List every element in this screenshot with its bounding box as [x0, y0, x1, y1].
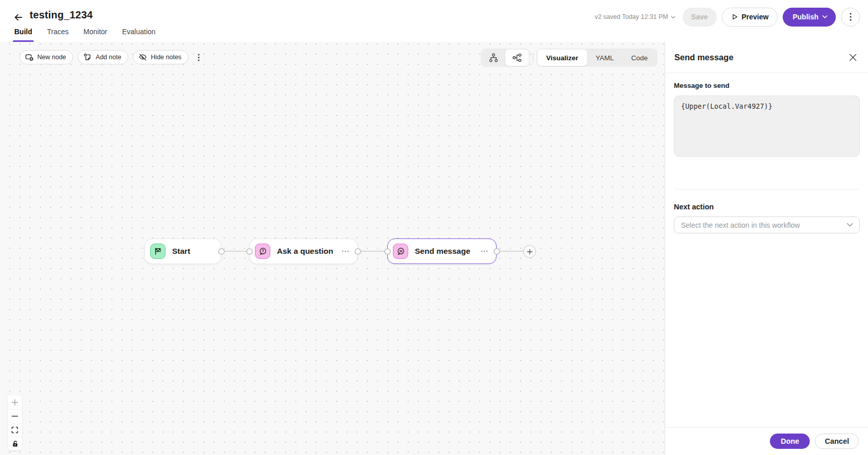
- main-tabs: Build Traces Monitor Evaluation: [14, 27, 156, 42]
- next-action-placeholder: Select the next action in this workflow: [681, 221, 800, 229]
- node-label: Ask a question: [277, 247, 333, 256]
- hide-notes-button[interactable]: Hide notes: [133, 50, 189, 64]
- canvas-zoom-controls: [8, 395, 22, 450]
- tab-visualizer[interactable]: Visualizer: [537, 50, 587, 66]
- add-note-button[interactable]: Add note: [78, 50, 128, 64]
- tab-traces[interactable]: Traces: [46, 27, 69, 42]
- node-label: Send message: [415, 247, 471, 256]
- panel-footer: Done Cancel: [665, 427, 868, 455]
- cancel-button[interactable]: Cancel: [815, 434, 859, 449]
- tab-code[interactable]: Code: [623, 50, 656, 66]
- kebab-menu-icon: [198, 54, 200, 61]
- next-action-label: Next action: [674, 203, 859, 211]
- tab-yaml[interactable]: YAML: [587, 50, 623, 66]
- ellipsis-icon: [342, 250, 349, 252]
- arrow-left-icon: [13, 12, 24, 22]
- panel-title: Send message: [674, 53, 734, 62]
- panel-header: Send message: [665, 42, 868, 73]
- add-note-label: Add note: [96, 54, 121, 61]
- close-icon: [849, 54, 857, 61]
- node-editor-panel: Send message Message to send {Upper(Loca…: [665, 42, 868, 455]
- message-to-send-label: Message to send: [674, 82, 859, 89]
- edge-start-to-question: [221, 251, 249, 252]
- fit-screen-button[interactable]: [8, 423, 22, 437]
- port-start-out[interactable]: [218, 248, 225, 255]
- new-node-button[interactable]: New node: [19, 50, 73, 64]
- publish-button[interactable]: Publish: [783, 8, 836, 27]
- tree-horizontal-icon: [512, 53, 522, 63]
- workflow-canvas[interactable]: New node Add note Hide notes Visualizer …: [0, 42, 665, 455]
- flag-icon: [150, 244, 166, 259]
- header-more-button[interactable]: [841, 8, 860, 27]
- kebab-menu-icon: [850, 13, 852, 21]
- version-status-text: v2 saved Today 12:31 PM: [595, 13, 668, 20]
- next-action-select[interactable]: Select the next action in this workflow: [674, 217, 860, 233]
- node-send-message[interactable]: Send message: [387, 238, 497, 264]
- port-question-in[interactable]: [246, 248, 253, 255]
- tab-build[interactable]: Build: [14, 27, 33, 42]
- chevron-down-icon: [822, 15, 828, 19]
- edge-question-to-message: [358, 251, 387, 252]
- eye-off-icon: [138, 53, 147, 61]
- hide-notes-label: Hide notes: [151, 54, 181, 61]
- preview-button[interactable]: Preview: [722, 8, 778, 27]
- port-question-out[interactable]: [355, 248, 361, 255]
- preview-button-label: Preview: [742, 13, 769, 21]
- tree-vertical-icon: [488, 53, 499, 63]
- page-title: testing_1234: [30, 9, 93, 21]
- view-mode-tabs: Visualizer YAML Code: [536, 49, 658, 67]
- layout-toggle-group: [481, 49, 530, 67]
- new-node-label: New node: [37, 54, 66, 61]
- tab-monitor[interactable]: Monitor: [83, 27, 108, 42]
- chevron-down-icon: [847, 223, 853, 227]
- toolbar-more-button[interactable]: [193, 50, 204, 64]
- svg-text:?: ?: [262, 249, 264, 253]
- publish-button-label: Publish: [792, 13, 818, 21]
- tab-evaluation[interactable]: Evaluation: [122, 27, 156, 42]
- view-controls-divider: [533, 53, 533, 63]
- layout-horizontal-button[interactable]: [505, 50, 529, 66]
- zoom-in-button[interactable]: [8, 395, 22, 409]
- section-divider: [674, 189, 859, 189]
- back-button[interactable]: [12, 11, 25, 23]
- version-status[interactable]: v2 saved Today 12:31 PM: [595, 13, 675, 20]
- save-button[interactable]: Save: [683, 8, 717, 27]
- new-node-icon: [25, 53, 34, 61]
- message-bubble-icon: [393, 244, 408, 259]
- layout-vertical-button[interactable]: [482, 50, 505, 66]
- lock-button[interactable]: [8, 437, 22, 450]
- zoom-in-icon: [11, 399, 18, 406]
- header-actions: v2 saved Today 12:31 PM Save Preview Pub…: [595, 7, 860, 27]
- canvas-toolbar: New node Add note Hide notes: [19, 50, 204, 64]
- node-more-button[interactable]: [336, 250, 349, 252]
- chevron-down-icon: [671, 15, 675, 19]
- zoom-out-button[interactable]: [8, 409, 22, 423]
- play-icon: [731, 13, 738, 20]
- port-message-in[interactable]: [384, 248, 391, 255]
- port-message-out[interactable]: [494, 248, 500, 255]
- done-button[interactable]: Done: [770, 434, 810, 449]
- add-note-icon: [83, 53, 92, 61]
- panel-body: Message to send {Upper(Local.Var4927)} N…: [665, 73, 868, 427]
- view-controls: Visualizer YAML Code: [481, 49, 658, 67]
- app-header: testing_1234 Build Traces Monitor Evalua…: [0, 0, 868, 42]
- zoom-out-icon: [11, 413, 18, 420]
- plus-icon: [527, 249, 533, 255]
- ellipsis-icon: [481, 250, 488, 252]
- node-label: Start: [172, 247, 190, 256]
- node-more-button[interactable]: [475, 250, 488, 252]
- lock-icon: [12, 440, 18, 447]
- node-ask-a-question[interactable]: ? Ask a question: [249, 238, 358, 264]
- add-next-node-button[interactable]: [523, 245, 536, 258]
- panel-close-button[interactable]: [847, 51, 859, 63]
- fit-screen-icon: [11, 426, 18, 434]
- node-start[interactable]: Start: [145, 238, 221, 264]
- message-to-send-input[interactable]: {Upper(Local.Var4927)}: [674, 95, 860, 157]
- question-bubble-icon: ?: [255, 244, 270, 259]
